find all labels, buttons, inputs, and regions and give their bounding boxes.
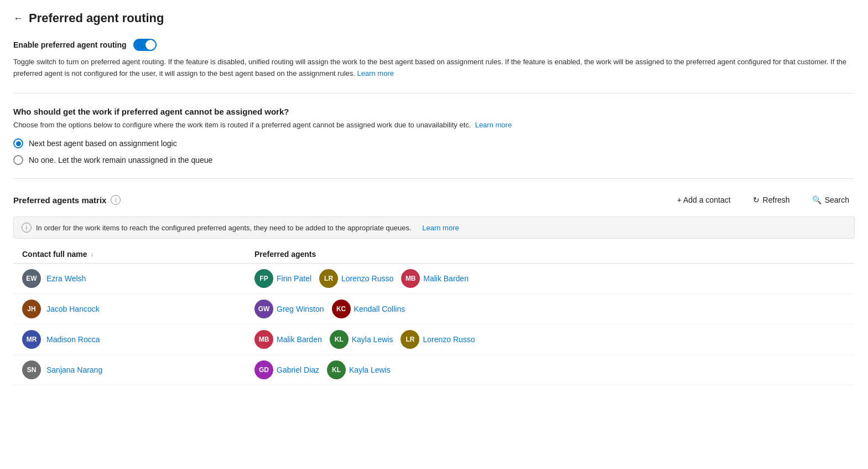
agent-avatar: MB bbox=[254, 330, 273, 349]
agents-cell: MBMalik BardenKLKayla LewisLRLorenzo Rus… bbox=[254, 330, 846, 349]
search-button[interactable]: 🔍 Search bbox=[807, 192, 855, 208]
refresh-label: Refresh bbox=[763, 195, 790, 204]
info-banner-icon: i bbox=[22, 223, 32, 233]
enable-learn-more-link[interactable]: Learn more bbox=[357, 69, 394, 78]
page-title: Preferred agent routing bbox=[29, 11, 164, 25]
matrix-actions: + Add a contact ↻ Refresh 🔍 Search bbox=[672, 192, 855, 208]
agent-item: LRLorenzo Russo bbox=[401, 330, 475, 349]
agent-item: FPFinn Patel bbox=[254, 269, 311, 288]
contact-cell: JHJacob Hancock bbox=[22, 300, 254, 318]
info-banner-text: In order for the work items to reach the… bbox=[36, 224, 412, 232]
matrix-section: Preferred agents matrix i + Add a contac… bbox=[13, 192, 855, 399]
refresh-icon: ↻ bbox=[753, 195, 760, 204]
contact-avatar: JH bbox=[22, 300, 41, 318]
agent-avatar: KL bbox=[330, 330, 349, 349]
table-row: EWEzra WelshFPFinn PatelLRLorenzo RussoM… bbox=[13, 264, 855, 294]
agent-item: MBMalik Barden bbox=[254, 330, 322, 349]
agent-name[interactable]: Finn Patel bbox=[277, 274, 311, 283]
back-button[interactable]: ← bbox=[13, 13, 23, 24]
matrix-header: Preferred agents matrix i + Add a contac… bbox=[13, 192, 855, 208]
contact-name[interactable]: Sanjana Narang bbox=[46, 365, 102, 374]
contact-avatar: SN bbox=[22, 360, 41, 379]
table-header: Contact full name ↓ Preferred agents bbox=[13, 245, 855, 264]
column-preferred-agents: Preferred agents bbox=[254, 250, 846, 259]
agent-avatar: GW bbox=[254, 300, 273, 318]
agent-name[interactable]: Kayla Lewis bbox=[349, 365, 391, 374]
contact-name[interactable]: Madison Rocca bbox=[46, 335, 100, 344]
info-banner: i In order for the work items to reach t… bbox=[13, 217, 855, 239]
agent-avatar: GD bbox=[254, 360, 273, 379]
agent-avatar: FP bbox=[254, 269, 273, 288]
agent-name[interactable]: Malik Barden bbox=[277, 335, 322, 344]
agent-name[interactable]: Lorenzo Russo bbox=[341, 274, 393, 283]
enable-toggle[interactable] bbox=[133, 39, 157, 51]
page-header: ← Preferred agent routing bbox=[13, 11, 855, 25]
contact-cell: MRMadison Rocca bbox=[22, 330, 254, 349]
search-label: Search bbox=[825, 195, 849, 204]
table-row: MRMadison RoccaMBMalik BardenKLKayla Lew… bbox=[13, 324, 855, 355]
radio-option-1[interactable]: Next best agent based on assignment logi… bbox=[13, 138, 855, 148]
agent-name[interactable]: Malik Barden bbox=[423, 274, 469, 283]
matrix-info-icon[interactable]: i bbox=[111, 195, 121, 205]
radio-group: Next best agent based on assignment logi… bbox=[13, 138, 855, 165]
info-banner-learn-more[interactable]: Learn more bbox=[422, 224, 459, 232]
enable-section: Enable preferred agent routing Toggle sw… bbox=[13, 39, 855, 94]
agent-item: KLKayla Lewis bbox=[327, 360, 391, 379]
add-contact-button[interactable]: + Add a contact bbox=[672, 192, 736, 208]
agent-avatar: MB bbox=[401, 269, 420, 288]
agent-avatar: KL bbox=[327, 360, 346, 379]
search-icon: 🔍 bbox=[812, 195, 822, 204]
agents-cell: FPFinn PatelLRLorenzo RussoMBMalik Barde… bbox=[254, 269, 846, 288]
radio-circle-1 bbox=[13, 138, 23, 148]
contact-name[interactable]: Jacob Hancock bbox=[46, 305, 100, 313]
table-row: SNSanjana NarangGDGabriel DiazKLKayla Le… bbox=[13, 355, 855, 385]
table-body: EWEzra WelshFPFinn PatelLRLorenzo RussoM… bbox=[13, 264, 855, 385]
agent-name[interactable]: Gabriel Diaz bbox=[277, 365, 319, 374]
agent-name[interactable]: Kendall Collins bbox=[354, 305, 406, 313]
routing-section: Who should get the work if preferred age… bbox=[13, 107, 855, 179]
enable-description: Toggle switch to turn on preferred agent… bbox=[13, 56, 855, 80]
agent-item: GWGreg Winston bbox=[254, 300, 324, 318]
agent-name[interactable]: Greg Winston bbox=[277, 305, 324, 313]
agent-item: KLKayla Lewis bbox=[330, 330, 393, 349]
refresh-button[interactable]: ↻ Refresh bbox=[747, 192, 796, 208]
contact-avatar: EW bbox=[22, 269, 41, 288]
sort-arrow-icon[interactable]: ↓ bbox=[90, 250, 93, 258]
agents-cell: GDGabriel DiazKLKayla Lewis bbox=[254, 360, 846, 379]
routing-learn-more-link[interactable]: Learn more bbox=[475, 121, 512, 129]
agent-item: MBMalik Barden bbox=[401, 269, 469, 288]
add-contact-label: + Add a contact bbox=[677, 195, 731, 204]
agents-cell: GWGreg WinstonKCKendall Collins bbox=[254, 300, 846, 318]
routing-description: Choose from the options below to configu… bbox=[13, 120, 855, 131]
matrix-title-row: Preferred agents matrix i bbox=[13, 195, 121, 205]
agent-item: GDGabriel Diaz bbox=[254, 360, 319, 379]
radio-circle-2 bbox=[13, 155, 23, 165]
radio-label-1: Next best agent based on assignment logi… bbox=[29, 139, 177, 148]
contact-avatar: MR bbox=[22, 330, 41, 349]
page-container: ← Preferred agent routing Enable preferr… bbox=[0, 0, 868, 469]
enable-row: Enable preferred agent routing bbox=[13, 39, 855, 51]
agent-item: LRLorenzo Russo bbox=[319, 269, 393, 288]
matrix-title: Preferred agents matrix bbox=[13, 195, 106, 205]
contact-name[interactable]: Ezra Welsh bbox=[46, 274, 86, 283]
agent-avatar: LR bbox=[401, 330, 419, 349]
agent-avatar: LR bbox=[319, 269, 338, 288]
agent-item: KCKendall Collins bbox=[332, 300, 406, 318]
contact-cell: EWEzra Welsh bbox=[22, 269, 254, 288]
agent-avatar: KC bbox=[332, 300, 351, 318]
enable-label: Enable preferred agent routing bbox=[13, 40, 127, 49]
contact-cell: SNSanjana Narang bbox=[22, 360, 254, 379]
column-contact-name: Contact full name ↓ bbox=[22, 250, 254, 259]
radio-label-2: No one. Let the work remain unassigned i… bbox=[29, 156, 212, 164]
agent-name[interactable]: Kayla Lewis bbox=[352, 335, 393, 344]
radio-option-2[interactable]: No one. Let the work remain unassigned i… bbox=[13, 155, 855, 165]
agent-name[interactable]: Lorenzo Russo bbox=[423, 335, 475, 344]
table-row: JHJacob HancockGWGreg WinstonKCKendall C… bbox=[13, 294, 855, 324]
routing-heading: Who should get the work if preferred age… bbox=[13, 107, 855, 116]
